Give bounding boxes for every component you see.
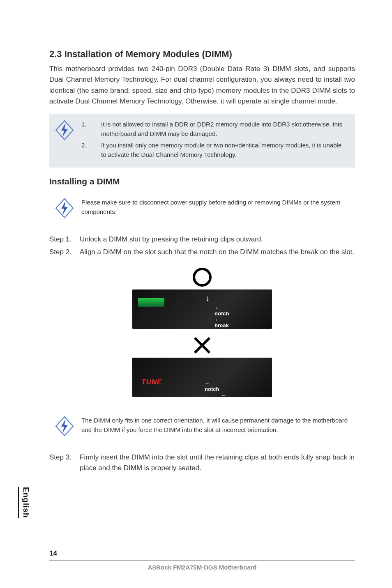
orientation-note-box: The DIMM only fits in one correct orient…	[49, 410, 355, 444]
page-number: 14	[49, 549, 57, 558]
step-row: Step 1. Unlock a DIMM slot by pressing t…	[49, 234, 355, 245]
subsection-title: Installing a DIMM	[49, 177, 355, 186]
figure-photo-wrong: TUNE ←notch ←break	[132, 358, 272, 397]
step-row: Step 3. Firmly insert the DIMM into the …	[49, 452, 355, 474]
precaution-box: Please make sure to disconnect power sup…	[49, 192, 355, 226]
warning-item: 2. If you install only one memory module…	[81, 141, 348, 159]
arrow-left-icon: ←	[214, 305, 220, 311]
section-title: 2.3 Installation of Memory Modules (DIMM…	[49, 49, 355, 60]
section-intro: This motherboard provides two 240-pin DD…	[49, 64, 355, 107]
label-notch: notch	[214, 311, 229, 317]
warning-text: If you install only one memory module or…	[101, 141, 348, 159]
warning-text: It is not allowed to install a DDR or DD…	[101, 120, 348, 138]
warning-number: 1.	[81, 120, 101, 138]
label-break: break	[221, 398, 235, 404]
arrow-down-icon: ↓	[205, 294, 210, 303]
lightning-icon	[54, 120, 77, 142]
step-text: Unlock a DIMM slot by pressing the retai…	[80, 234, 355, 245]
cross-wrong-icon	[191, 335, 213, 356]
lightning-icon	[54, 198, 77, 220]
step-label: Step 1.	[49, 234, 80, 245]
warning-number: 2.	[81, 141, 101, 159]
step-row: Step 2. Align a DIMM on the slot such th…	[49, 247, 355, 257]
step-label: Step 3.	[49, 452, 80, 474]
arrow-left-icon: ←	[205, 381, 210, 386]
arrow-left-icon: ←	[214, 317, 220, 323]
step-text: Align a DIMM on the slot such that the n…	[80, 247, 355, 257]
lightning-icon	[54, 416, 77, 438]
warning-box: 1. It is not allowed to install a DDR or…	[49, 114, 355, 168]
footer-text: ASRock FM2A75M-DGS Motherboard	[49, 560, 355, 571]
figure-photo-correct: ↓ ←notch ←break	[132, 289, 272, 329]
label-notch: notch	[205, 386, 235, 392]
circle-correct-icon	[191, 266, 213, 288]
orientation-note-text: The DIMM only fits in one correct orient…	[81, 416, 348, 434]
label-break: break	[214, 323, 229, 328]
figure-correct-wrong: ↓ ←notch ←break TUNE ←notch ←break	[49, 266, 355, 403]
warning-item: 1. It is not allowed to install a DDR or…	[81, 120, 348, 138]
decorative-text: TUNE	[141, 378, 162, 386]
arrow-left-icon: ←	[221, 393, 226, 398]
language-tab: English	[18, 487, 30, 518]
precaution-text: Please make sure to disconnect power sup…	[81, 198, 348, 216]
step-label: Step 2.	[49, 247, 80, 257]
svg-point-0	[194, 269, 210, 285]
step-text: Firmly insert the DIMM into the slot unt…	[80, 452, 355, 474]
